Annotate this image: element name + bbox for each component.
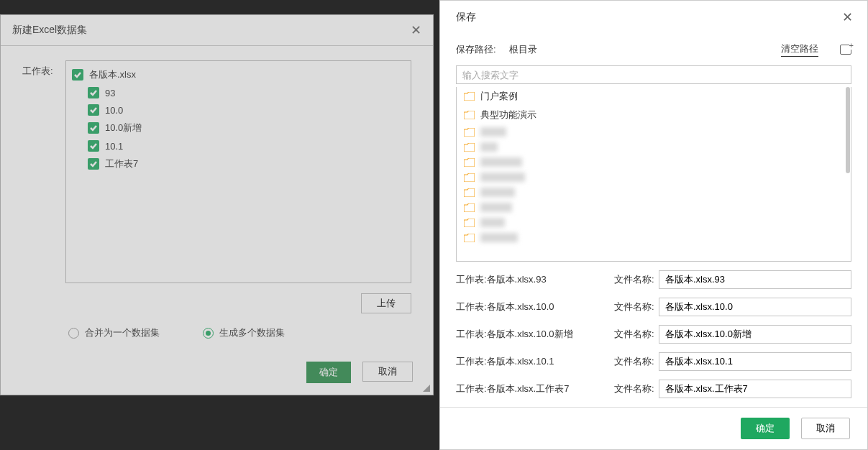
folder-name-redacted bbox=[480, 218, 505, 227]
folder-item[interactable] bbox=[457, 155, 851, 170]
folder-icon bbox=[464, 128, 475, 137]
search-input[interactable] bbox=[456, 65, 851, 84]
save-path-label: 保存路径: bbox=[456, 43, 496, 56]
radio-merge[interactable]: 合并为一个数据集 bbox=[68, 326, 160, 339]
save-path-value: 根目录 bbox=[509, 43, 768, 56]
folder-name: 典型功能演示 bbox=[480, 109, 536, 121]
scrollbar[interactable] bbox=[845, 87, 851, 261]
tree-item-label: 各版本.xlsx bbox=[89, 68, 136, 81]
worksheet-tree: 各版本.xlsx 93 10.0 10.0新增 10.1 工作表7 bbox=[65, 60, 411, 283]
radio-label: 合并为一个数据集 bbox=[85, 326, 160, 339]
folder-icon bbox=[464, 143, 475, 152]
filename-label: 文件名称: bbox=[614, 382, 659, 395]
tree-item-label: 10.1 bbox=[105, 141, 123, 152]
filename-row: 工作表:各版本.xlsx.工作表7 文件名称: bbox=[456, 380, 851, 398]
folder-item[interactable] bbox=[457, 185, 851, 200]
folder-name-redacted bbox=[480, 173, 525, 182]
filename-input[interactable] bbox=[659, 270, 851, 289]
folder-icon bbox=[464, 158, 475, 167]
clear-path-link[interactable]: 清空路径 bbox=[781, 42, 818, 57]
folder-item[interactable]: 门户案例 bbox=[457, 87, 851, 106]
filename-row: 工作表:各版本.xlsx.10.0 文件名称: bbox=[456, 298, 851, 316]
folder-item[interactable] bbox=[457, 139, 851, 155]
radio-label: 生成多个数据集 bbox=[219, 326, 285, 339]
folder-item[interactable] bbox=[457, 215, 851, 230]
folder-icon bbox=[464, 234, 475, 242]
filename-input[interactable] bbox=[659, 298, 851, 316]
tree-item[interactable]: 10.0新增 bbox=[72, 119, 405, 137]
dialog-titlebar: 新建Excel数据集 ✕ bbox=[1, 15, 433, 46]
tree-root-item[interactable]: 各版本.xlsx bbox=[72, 65, 405, 84]
filename-label: 文件名称: bbox=[614, 300, 659, 313]
new-folder-icon[interactable] bbox=[840, 45, 851, 55]
folder-icon bbox=[464, 92, 475, 101]
dialog-title: 保存 bbox=[456, 11, 476, 24]
sheet-label: 工作表:各版本.xlsx.10.1 bbox=[456, 355, 614, 368]
resize-grip-icon[interactable] bbox=[421, 383, 431, 393]
folder-item[interactable]: 典型功能演示 bbox=[457, 106, 851, 124]
checkbox-icon[interactable] bbox=[88, 140, 99, 152]
filename-row: 工作表:各版本.xlsx.10.1 文件名称: bbox=[456, 352, 851, 371]
close-icon[interactable]: ✕ bbox=[411, 24, 421, 37]
ok-button[interactable]: 确定 bbox=[741, 418, 790, 439]
ok-button[interactable]: 确定 bbox=[306, 362, 351, 383]
checkbox-icon[interactable] bbox=[88, 158, 99, 170]
folder-name-redacted bbox=[480, 127, 506, 137]
save-path-row: 保存路径: 根目录 清空路径 bbox=[440, 37, 867, 63]
worksheet-label: 工作表: bbox=[22, 60, 65, 78]
folder-tree: 门户案例 典型功能演示 bbox=[456, 87, 851, 262]
tree-item-label: 10.0新增 bbox=[105, 121, 142, 134]
tree-item-label: 工作表7 bbox=[105, 157, 138, 170]
radio-multi[interactable]: 生成多个数据集 bbox=[203, 326, 285, 339]
sheet-label: 工作表:各版本.xlsx.10.0新增 bbox=[456, 328, 614, 341]
folder-name-redacted bbox=[480, 142, 498, 152]
tree-item-label: 93 bbox=[105, 88, 115, 98]
upload-button[interactable]: 上传 bbox=[361, 293, 411, 313]
filename-row: 工作表:各版本.xlsx.10.0新增 文件名称: bbox=[456, 325, 851, 344]
new-excel-dataset-dialog: 新建Excel数据集 ✕ 工作表: 各版本.xlsx 93 10.0 10.0新… bbox=[0, 14, 434, 395]
folder-icon bbox=[464, 173, 475, 182]
folder-name: 门户案例 bbox=[480, 90, 518, 103]
cancel-button[interactable]: 取消 bbox=[362, 362, 413, 382]
filename-label: 文件名称: bbox=[614, 328, 659, 341]
tree-item-label: 10.0 bbox=[105, 105, 123, 116]
checkbox-icon[interactable] bbox=[88, 104, 99, 116]
filename-label: 文件名称: bbox=[614, 355, 659, 368]
tree-item[interactable]: 10.0 bbox=[72, 101, 405, 119]
folder-item[interactable] bbox=[457, 200, 851, 215]
filename-label: 文件名称: bbox=[614, 273, 659, 286]
folder-name-redacted bbox=[480, 233, 518, 242]
save-dialog: 保存 ✕ 保存路径: 根目录 清空路径 门户案例 典型功能演示 工作表:各版本.… bbox=[439, 0, 868, 450]
cancel-button[interactable]: 取消 bbox=[801, 418, 850, 439]
sheet-label: 工作表:各版本.xlsx.工作表7 bbox=[456, 382, 614, 395]
folder-name-redacted bbox=[480, 157, 522, 167]
folder-icon bbox=[464, 111, 475, 119]
filename-row: 工作表:各版本.xlsx.93 文件名称: bbox=[456, 270, 851, 289]
dialog-title: 新建Excel数据集 bbox=[12, 24, 87, 37]
tree-item[interactable]: 10.1 bbox=[72, 137, 405, 155]
sheet-label: 工作表:各版本.xlsx.10.0 bbox=[456, 300, 614, 313]
radio-icon bbox=[203, 328, 214, 339]
checkbox-icon[interactable] bbox=[88, 122, 99, 134]
folder-item[interactable] bbox=[457, 170, 851, 185]
filename-input[interactable] bbox=[659, 352, 851, 371]
folder-name-redacted bbox=[480, 203, 512, 212]
folder-item[interactable] bbox=[457, 124, 851, 139]
radio-icon bbox=[68, 328, 79, 339]
sheet-label: 工作表:各版本.xlsx.93 bbox=[456, 273, 614, 286]
checkbox-icon[interactable] bbox=[72, 69, 83, 81]
folder-item[interactable] bbox=[457, 230, 851, 245]
folder-icon bbox=[464, 219, 475, 227]
close-icon[interactable]: ✕ bbox=[842, 11, 853, 24]
filename-table: 工作表:各版本.xlsx.93 文件名称: 工作表:各版本.xlsx.10.0 … bbox=[440, 262, 867, 407]
folder-icon bbox=[464, 188, 475, 197]
filename-input[interactable] bbox=[659, 380, 851, 398]
folder-name-redacted bbox=[480, 188, 515, 197]
checkbox-icon[interactable] bbox=[88, 87, 99, 98]
filename-input[interactable] bbox=[659, 325, 851, 344]
folder-icon bbox=[464, 203, 475, 212]
dialog-titlebar: 保存 ✕ bbox=[440, 1, 867, 37]
tree-item[interactable]: 93 bbox=[72, 84, 405, 101]
tree-item[interactable]: 工作表7 bbox=[72, 155, 405, 173]
